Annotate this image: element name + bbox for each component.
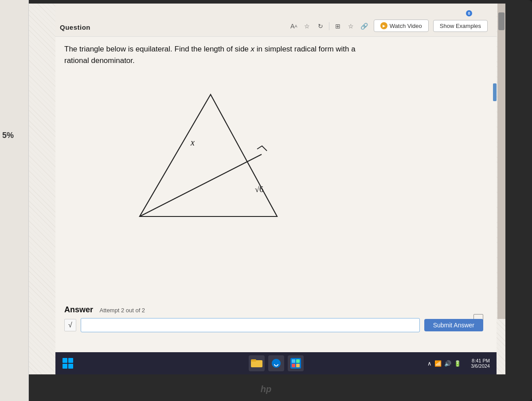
star-icon[interactable]: ☆ (302, 21, 312, 31)
toolbar-icons: AA ☆ ↻ ⊞ ☆ 🔗 (289, 21, 369, 31)
answer-input-row: √ Submit Answer (64, 318, 483, 332)
store-icon (290, 358, 301, 369)
taskbar-time: 8:41 PM 3/6/2024 (471, 358, 490, 369)
submit-button[interactable]: Submit Answer (424, 319, 483, 331)
svg-rect-5 (292, 364, 295, 367)
tray-wifi-icon: 📶 (434, 360, 442, 367)
scrollbar[interactable] (497, 4, 505, 319)
svg-rect-1 (251, 359, 256, 362)
font-size-icon[interactable]: AA (289, 21, 299, 31)
show-examples-label: Show Examples (440, 23, 481, 29)
svg-rect-3 (292, 359, 295, 363)
play-icon (380, 22, 387, 29)
question-heading: Question (60, 24, 90, 31)
tray-volume-icon: 🔊 (444, 360, 451, 367)
windows-icon (63, 358, 73, 369)
question-text-part2: rational denominator. (64, 56, 135, 65)
triangle-diagram: x √6 (91, 77, 321, 254)
notification-badge: 0 (466, 10, 472, 16)
right-angle-marker (257, 146, 267, 151)
question-area: The triangle below is equilateral. Find … (64, 37, 474, 66)
taskbar-app-store[interactable] (288, 355, 304, 371)
toolbar: Question AA ☆ ↻ ⊞ ☆ 🔗 (55, 4, 497, 37)
sidebar-percentage: 5% (2, 131, 14, 140)
start-button[interactable] (60, 355, 76, 371)
label-sqrt6: √6 (255, 185, 263, 194)
scrollbar-thumb[interactable] (498, 12, 505, 30)
watch-video-label: Watch Video (390, 23, 422, 29)
folder-icon (251, 358, 262, 368)
watch-video-button[interactable]: Watch Video (374, 20, 429, 32)
answer-section: Answer Attempt 2 out of 2 √ Submit Answe… (64, 305, 483, 332)
question-text-part1: The triangle below is equilateral. Find … (64, 45, 356, 53)
left-sidebar: 5% (0, 0, 29, 401)
share-icon[interactable]: 🔗 (360, 21, 369, 31)
tray-icon-1: ∧ (427, 360, 432, 367)
tray-battery-icon: 🔋 (454, 360, 461, 367)
copy-icon[interactable]: ⊞ (333, 21, 343, 31)
answer-label: Answer (64, 305, 93, 314)
show-examples-button[interactable]: Show Examples (433, 20, 488, 32)
answer-input[interactable] (81, 318, 420, 332)
system-tray: ∧ 📶 🔊 🔋 (427, 360, 461, 367)
question-text: The triangle below is equilateral. Find … (64, 43, 474, 66)
refresh-icon[interactable]: ↻ (316, 21, 325, 31)
svg-rect-6 (296, 364, 300, 367)
attempt-text: Attempt 2 out of 2 (99, 307, 145, 314)
label-x: x (190, 138, 195, 147)
clock-date: 3/6/2024 (471, 363, 490, 369)
clock-time: 8:41 PM (472, 358, 490, 363)
screen-area: Question AA ☆ ↻ ⊞ ☆ 🔗 (27, 4, 505, 374)
diagram-area: x √6 (91, 77, 321, 254)
bookmark-icon[interactable]: ☆ (346, 21, 356, 31)
taskbar: ∧ 📶 🔊 🔋 8:41 PM 3/6/2024 (55, 352, 497, 374)
radical-symbol: √ (64, 319, 76, 331)
taskbar-app-folder[interactable] (249, 355, 265, 371)
taskbar-app-edge[interactable] (268, 355, 284, 371)
right-edge-tab (493, 83, 497, 101)
svg-rect-4 (296, 359, 300, 363)
toolbar-divider (329, 22, 329, 30)
triangle-shape (140, 94, 277, 216)
hp-logo: hp (261, 384, 271, 394)
edge-icon (271, 358, 282, 369)
main-content: Question AA ☆ ↻ ⊞ ☆ 🔗 (55, 4, 497, 374)
